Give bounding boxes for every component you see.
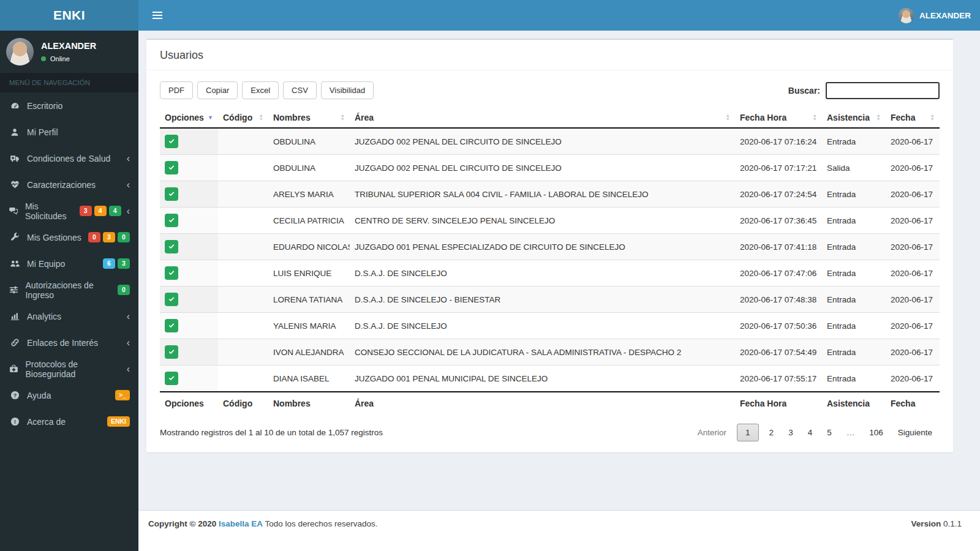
column-header-fecha_hora[interactable]: Fecha Hora▲▼	[735, 108, 822, 128]
cell-opciones	[160, 155, 218, 181]
cell-asistencia: Entrada	[822, 365, 886, 392]
cell-fecha: 2020-06-17	[886, 208, 940, 234]
row-checkbox[interactable]	[165, 187, 178, 201]
sort-icon: ▲▼	[259, 114, 263, 122]
export-button-csv[interactable]: CSV	[283, 81, 317, 99]
row-checkbox[interactable]	[165, 319, 178, 332]
cell-fecha-hora: 2020-06-17 07:16:24	[735, 128, 822, 155]
cell-nombres: LUIS ENRIQUE	[268, 260, 350, 287]
ambulance-icon	[9, 154, 21, 163]
pagination-page-3[interactable]: 3	[781, 424, 801, 441]
records-info: Mostrando registros del 1 al 10 de un to…	[160, 428, 383, 437]
sidebar-item-autorizaciones-de-ingreso[interactable]: Autorizaciones de Ingreso0	[0, 277, 138, 303]
sidebar-item-mis-gestiones[interactable]: Mis Gestiones030	[0, 224, 138, 250]
menu-badge: 0	[118, 285, 130, 295]
row-checkbox[interactable]	[165, 240, 178, 253]
cell-asistencia: Entrada	[822, 208, 886, 234]
column-label: Fecha Hora	[740, 113, 786, 122]
cell-codigo	[218, 208, 268, 234]
pagination-page-5[interactable]: 5	[820, 424, 839, 441]
cell-fecha: 2020-06-17	[886, 313, 940, 339]
footer-column-area: Área	[350, 392, 735, 414]
sort-icon: ▲▼	[930, 114, 935, 122]
cell-codigo	[218, 260, 268, 287]
pagination-page-106[interactable]: 106	[862, 424, 891, 441]
column-header-fecha[interactable]: Fecha▲▼	[886, 108, 940, 128]
user-status[interactable]: Online	[41, 55, 96, 62]
cell-opciones	[160, 339, 218, 365]
search-label: Buscar:	[788, 86, 820, 96]
column-header-opciones[interactable]: Opciones▼	[160, 108, 218, 128]
cell-codigo	[218, 155, 268, 181]
isabella-link[interactable]: Isabella EA	[219, 519, 263, 528]
pagination-page-2[interactable]: 2	[762, 424, 782, 441]
svg-text:!: !	[14, 419, 16, 425]
row-checkbox[interactable]	[165, 214, 178, 227]
sidebar-item-condiciones-de-salud[interactable]: Condiciones de Salud‹	[0, 145, 138, 171]
row-checkbox[interactable]	[165, 161, 178, 174]
sidebar-item-analytics[interactable]: Analytics‹	[0, 303, 138, 329]
brand-logo[interactable]: ENKI	[0, 0, 138, 31]
user-status-label: Online	[50, 55, 70, 62]
menu-item-extras: ‹	[124, 364, 130, 374]
bar-chart-icon	[9, 312, 21, 321]
row-checkbox[interactable]	[165, 372, 178, 385]
pagination-page-4[interactable]: 4	[801, 424, 820, 441]
export-button-pdf[interactable]: PDF	[160, 81, 193, 99]
search-input[interactable]	[826, 82, 940, 99]
cell-codigo	[218, 181, 268, 208]
column-header-asistencia[interactable]: Asistencia▲▼	[822, 108, 886, 128]
cell-fecha-hora: 2020-06-17 07:47:06	[735, 260, 822, 287]
cell-codigo	[218, 128, 268, 155]
sidebar-item-escritorio[interactable]: Escritorio	[0, 92, 138, 119]
table-row: LUIS ENRIQUED.S.A.J. DE SINCELEJO2020-06…	[160, 260, 940, 287]
sidebar-item-caracterizaciones[interactable]: Caracterizaciones‹	[0, 171, 138, 198]
chevron-left-icon: ‹	[127, 180, 130, 190]
export-button-visibilidad[interactable]: Visibilidad	[321, 81, 374, 99]
sidebar-toggle-button[interactable]	[148, 9, 167, 22]
table-row: LORENA TATIANAD.S.A.J. DE SINCELEJO - BI…	[160, 287, 940, 313]
menu-item-extras: ‹	[124, 154, 130, 163]
svg-text:?: ?	[13, 392, 16, 399]
menu-badge: >_	[115, 390, 130, 400]
row-checkbox[interactable]	[165, 266, 178, 280]
cell-nombres: CECILIA PATRICIA	[268, 208, 350, 234]
pagination-previous[interactable]: Anterior	[690, 424, 734, 441]
column-header-codigo[interactable]: Código▲▼	[218, 108, 268, 128]
menu-badge: 3	[103, 232, 115, 242]
navbar-user-menu[interactable]: ALEXANDER	[899, 8, 971, 23]
menu-badge: 0	[88, 232, 100, 242]
sidebar-item-enlaces-de-interes[interactable]: Enlaces de Interés‹	[0, 329, 138, 356]
pagination-next[interactable]: Siguiente	[891, 424, 940, 441]
sidebar-item-mi-equipo[interactable]: Mi Equipo63	[0, 250, 138, 277]
sidebar-item-acerca-de[interactable]: !Acerca deENKI	[0, 408, 138, 435]
cell-fecha: 2020-06-17	[886, 365, 940, 392]
sidebar-item-mi-perfil[interactable]: Mi Perfil	[0, 119, 138, 145]
export-button-copiar[interactable]: Copiar	[197, 81, 238, 99]
footer-column-fecha_hora: Fecha Hora	[735, 392, 822, 414]
pagination-page-1[interactable]: 1	[737, 424, 759, 441]
menu-badge: 4	[109, 206, 121, 216]
row-checkbox[interactable]	[165, 345, 178, 359]
export-button-excel[interactable]: Excel	[242, 81, 279, 99]
cell-nombres: IVON ALEJANDRA	[268, 339, 350, 365]
cell-opciones	[160, 313, 218, 339]
cell-fecha: 2020-06-17	[886, 155, 940, 181]
pagination: Anterior12345…106Siguiente	[690, 424, 940, 441]
table-row: IVON ALEJANDRACONSEJO SECCIONAL DE LA JU…	[160, 339, 940, 365]
row-checkbox[interactable]	[165, 293, 178, 306]
cell-codigo	[218, 339, 268, 365]
sidebar-section-header: MENÚ DE NAVEGACIÓN	[0, 73, 138, 92]
chevron-left-icon: ‹	[127, 364, 130, 374]
sidebar-item-ayuda[interactable]: ?Ayuda>_	[0, 382, 138, 408]
footer-column-nombres: Nombres	[268, 392, 350, 414]
row-checkbox[interactable]	[165, 135, 178, 148]
column-header-area[interactable]: Área▲▼	[350, 108, 735, 128]
sidebar-item-mis-solicitudes[interactable]: Mis Solicitudes344‹	[0, 198, 138, 224]
column-header-nombres[interactable]: Nombres▲▼	[268, 108, 350, 128]
cell-nombres: LORENA TATIANA	[268, 287, 350, 313]
menu-badge: 3	[80, 206, 92, 216]
sidebar-item-protocolos-de-bioseguridad[interactable]: Protocolos de Bioseguridad‹	[0, 356, 138, 382]
cell-area: CENTRO DE SERV. SINCELEJO PENAL SINCELEJ…	[350, 208, 735, 234]
cell-fecha-hora: 2020-06-17 07:50:36	[735, 313, 822, 339]
